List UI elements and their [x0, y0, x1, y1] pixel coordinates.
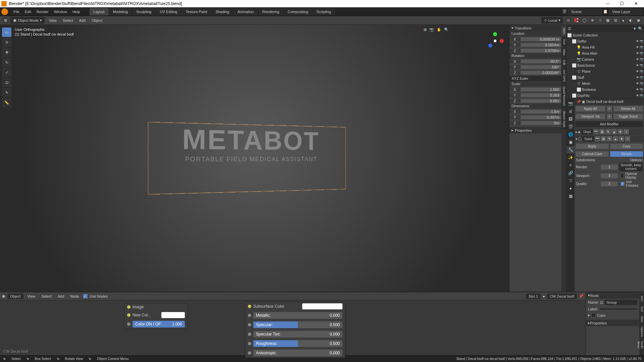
solid-shading-icon[interactable]: ●	[620, 17, 627, 24]
header-view[interactable]: View	[46, 17, 59, 23]
render-icon[interactable]: 📷	[640, 76, 643, 79]
orientation-dropdown[interactable]: ⊹Local▾	[541, 17, 564, 24]
specular-tint-slider[interactable]: Specular Tint:0.000	[253, 331, 342, 338]
close-button[interactable]: ✕	[629, 0, 643, 7]
metallic-slider[interactable]: Metallic:0.000	[253, 312, 342, 319]
tab-tool[interactable]: Tool	[561, 37, 566, 47]
workspace-layout[interactable]: Layout	[90, 8, 109, 15]
prop-tab-render[interactable]: 📷	[567, 100, 575, 107]
visibility-icon[interactable]: 👁	[636, 58, 639, 61]
delete-all-button[interactable]: Delete All	[613, 106, 644, 112]
add-modifier-dropdown[interactable]: Add Modifier	[575, 121, 643, 127]
workspace-scripting[interactable]: Scripting	[313, 8, 335, 15]
viewport-visibility-icon[interactable]: 🖥	[599, 129, 605, 134]
render-icon[interactable]: 📷	[640, 88, 643, 91]
outliner-row[interactable]: ⬜Gaffer👁 📷	[567, 38, 644, 44]
workspace-animation[interactable]: Animation	[233, 8, 258, 15]
render-visibility-icon[interactable]: 📷	[593, 129, 599, 134]
render-subdiv[interactable]: 3	[601, 165, 618, 170]
prop-tab-world[interactable]: 🌐	[567, 131, 575, 138]
node-canvas[interactable]: CW Decal bsdf Image New Col.. Color ON /…	[0, 300, 586, 355]
visibility-icon[interactable]: 👁	[636, 76, 639, 79]
node-label-field[interactable]	[599, 308, 637, 310]
render-icon[interactable]: 📷	[640, 52, 643, 55]
prop-tab-physics[interactable]: ⚛	[567, 162, 575, 169]
tab-item[interactable]: Item	[561, 26, 566, 36]
color-checkbox[interactable]	[591, 313, 596, 317]
move-up-icon[interactable]: ▲	[611, 129, 617, 134]
rendered-shading-icon[interactable]: ◉	[635, 17, 642, 24]
render-icon[interactable]: 📷	[640, 64, 643, 67]
workspace-texture-paint[interactable]: Texture Paint	[181, 8, 211, 15]
prop-tab-data[interactable]: ▽	[567, 177, 575, 184]
specular-slider[interactable]: Specular:0.500	[253, 321, 342, 328]
prop-tab-output[interactable]: 🖨	[567, 108, 575, 115]
node-menu-view[interactable]: View	[25, 294, 38, 299]
visibility-icon[interactable]: 👁	[636, 88, 639, 91]
gizmo-toggle-icon[interactable]: ⊹	[597, 17, 603, 24]
chevron-down-icon[interactable]: ▾	[576, 137, 577, 141]
chevron-right-icon[interactable]: ▸	[576, 130, 577, 134]
workspace-rendering[interactable]: Rendering	[258, 8, 283, 15]
rot-z[interactable]: 0.000249°	[520, 70, 561, 75]
tab-quadremesh[interactable]: Quad Remesh	[561, 84, 566, 108]
prop-tab-viewlayer[interactable]: 🖼	[567, 115, 575, 123]
outliner-row[interactable]: 💡Area-Fill👁 📷	[567, 44, 644, 50]
visibility-icon[interactable]: 👁	[636, 46, 639, 49]
modifier-subdivision[interactable]: ▾ ◯ Subd 📷 🖥 ✎ ▲ ▼ ×	[575, 135, 644, 142]
modifier-displace[interactable]: ▸ ◈ Displ 📷 🖥 ✎ ▲ ▼ ×	[575, 128, 644, 135]
apply-all-button[interactable]: Apply All	[575, 106, 606, 112]
editor-type-icon[interactable]: ⊞	[2, 17, 9, 24]
wireframe-shading-icon[interactable]: ⊞	[612, 17, 619, 24]
color-onoff-slider[interactable]: Color ON / OF:1.000	[132, 321, 185, 327]
node-image-group[interactable]: Image New Col.. Color ON / OF:1.000	[124, 303, 188, 329]
node-menu-add[interactable]: Add	[56, 294, 66, 299]
chevron-right-icon[interactable]: ▸	[512, 128, 514, 132]
loc-y[interactable]: 3.2654m	[520, 43, 561, 47]
visibility-icon[interactable]: 👁	[636, 82, 639, 85]
pin-icon[interactable]: 📌	[577, 100, 581, 104]
render-icon[interactable]: 📷	[640, 94, 643, 97]
use-nodes-checkbox[interactable]: ✓	[83, 294, 88, 298]
prop-tab-constraints[interactable]: 🔗	[567, 169, 575, 177]
render-visibility-icon[interactable]: 📷	[595, 136, 600, 141]
render-icon[interactable]: 📷	[640, 40, 643, 43]
dim-x[interactable]: 1.6m	[520, 109, 561, 114]
snap-icon[interactable]: 🧲	[573, 17, 580, 24]
node-menu-select[interactable]: Select	[39, 294, 54, 299]
node-tab-options[interactable]: Options	[639, 324, 644, 339]
edit-mode-icon[interactable]: ✎	[607, 136, 612, 141]
color-swatch[interactable]	[302, 303, 342, 309]
rotation-mode[interactable]: XYZ Euler	[509, 76, 561, 81]
loc-x[interactable]: 0.000039 m	[520, 37, 561, 42]
move-down-icon[interactable]: ▼	[618, 129, 623, 134]
prop-tab-material[interactable]: ●	[567, 185, 575, 192]
apply-button[interactable]: Apply	[575, 143, 609, 149]
viewport-visibility-icon[interactable]: 🖥	[601, 136, 606, 141]
edit-mode-icon[interactable]: ✎	[605, 129, 611, 134]
node-principled-bsdf[interactable]: Subsurface Color Metallic:0.000 Specular…	[245, 302, 345, 358]
move-up-icon[interactable]: ▲	[613, 136, 618, 141]
minimize-button[interactable]: ─	[601, 0, 614, 7]
tab-view[interactable]: View	[561, 47, 566, 57]
move-down-icon[interactable]: ▼	[619, 136, 624, 141]
tab-edit[interactable]: Edit	[561, 58, 566, 67]
visibility-icon[interactable]: 👁	[636, 64, 639, 67]
creases-checkbox[interactable]: ✓	[621, 182, 625, 186]
render-icon[interactable]: 📷	[640, 70, 643, 73]
prop-tab-texture[interactable]: ▦	[567, 192, 575, 200]
menu-file[interactable]: File	[11, 8, 22, 15]
scale-z[interactable]: 0.881	[520, 99, 561, 103]
prop-tab-object[interactable]: ▣	[567, 138, 575, 146]
outliner-row[interactable]: 💡Area-Main👁 📷	[567, 50, 644, 56]
viewport-subdiv[interactable]: 3	[601, 173, 618, 178]
render-icon[interactable]: 📷	[640, 82, 643, 85]
scale-x[interactable]: 1.060	[520, 87, 561, 92]
header-select[interactable]: Select	[60, 17, 75, 23]
loc-z[interactable]: 2.0758m	[520, 48, 561, 53]
visibility-icon[interactable]: 👁	[636, 40, 639, 43]
3d-viewport[interactable]: ▭ ✛ ✥ ↻ ⤢ ⊡ ✎ 📏 User Orthographic (1) St…	[0, 25, 509, 292]
tab-kitops[interactable]: KIT OPS	[561, 68, 566, 84]
visibility-icon[interactable]: 👁	[636, 70, 639, 73]
workspace-shading[interactable]: Shading	[212, 8, 233, 15]
